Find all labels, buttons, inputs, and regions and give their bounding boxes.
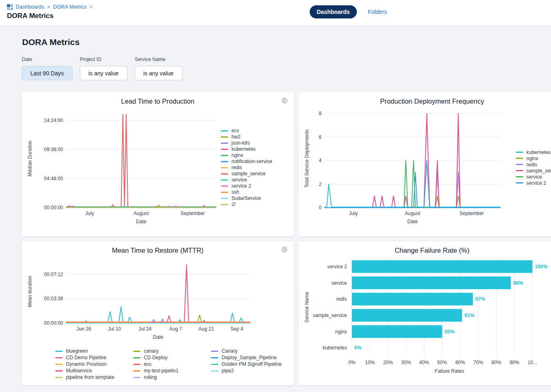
breadcrumb-link-dashboards[interactable]: Dashboards bbox=[16, 4, 44, 10]
deployment-frequency-legend: kubernetesnginxredissample_serviceservic… bbox=[516, 150, 551, 186]
legend-item[interactable]: nginx bbox=[516, 156, 551, 161]
change-failure-rate-chart-canvas[interactable]: 0%10%20%30%40%50%60%70%80%90%10...servic… bbox=[304, 254, 551, 383]
legend-item[interactable]: ecs bbox=[133, 362, 211, 367]
legend-label: kubernetes bbox=[526, 150, 551, 155]
legend-label: pipe2 bbox=[222, 368, 234, 373]
legend-swatch bbox=[221, 192, 228, 193]
svg-text:sample_service: sample_service bbox=[313, 313, 347, 318]
svg-text:redis: redis bbox=[336, 296, 347, 302]
legend-item[interactable]: pipe2 bbox=[211, 368, 289, 373]
filter-date-button[interactable]: Last 90 Days bbox=[22, 66, 73, 80]
svg-text:4: 4 bbox=[319, 158, 322, 163]
svg-text:nginx: nginx bbox=[335, 329, 347, 335]
legend-item[interactable]: json-k8s bbox=[221, 140, 272, 145]
legend-label: Deploy_Sample_Pipeline bbox=[222, 355, 277, 360]
legend-label: Multiservice bbox=[66, 368, 92, 373]
filter-bar: Date Last 90 Days Project ID is any valu… bbox=[22, 57, 538, 80]
mttr-legend: bluegreenCD Demo PipelineDynamic Provisi… bbox=[55, 349, 289, 380]
legend-swatch bbox=[211, 364, 218, 365]
legend-item[interactable]: Golden PM Signoff Pipeline bbox=[211, 362, 289, 367]
legend-swatch bbox=[516, 158, 523, 159]
legend-swatch bbox=[221, 179, 228, 181]
filter-service-name-button[interactable]: is any value bbox=[135, 66, 182, 80]
svg-text:Date: Date bbox=[407, 219, 418, 224]
legend-swatch bbox=[221, 155, 228, 156]
chart-card-lead-time: Lead Time to Production 00:00:0004:48:00… bbox=[22, 92, 294, 236]
tab-folders[interactable]: Folders bbox=[368, 9, 387, 15]
legend-item[interactable]: ∅ bbox=[221, 202, 272, 207]
dashboard-content: DORA Metrics Date Last 90 Days Project I… bbox=[0, 37, 551, 385]
legend-swatch bbox=[55, 351, 63, 352]
legend-item[interactable]: SudarService bbox=[221, 196, 272, 201]
legend-label: notification-service bbox=[231, 159, 272, 164]
legend-item[interactable]: notification-service bbox=[221, 159, 272, 164]
legend-swatch bbox=[221, 173, 228, 174]
svg-text:80%: 80% bbox=[492, 360, 501, 365]
svg-text:60%: 60% bbox=[455, 360, 465, 365]
legend-item[interactable]: pipeline from template bbox=[55, 375, 133, 380]
legend-label: ∅ bbox=[231, 202, 236, 207]
legend-item[interactable]: ecs bbox=[221, 128, 272, 133]
legend-item[interactable]: service bbox=[516, 174, 551, 179]
legend-item[interactable]: sample_service bbox=[516, 168, 551, 173]
globe-icon[interactable] bbox=[281, 97, 288, 104]
legend-item[interactable]: Canary bbox=[211, 349, 289, 353]
svg-text:2: 2 bbox=[319, 181, 322, 187]
svg-text:00:00:00: 00:00:00 bbox=[44, 205, 63, 211]
legend-item[interactable]: kubernetes bbox=[221, 147, 272, 152]
legend-swatch bbox=[211, 351, 218, 352]
tab-dashboards[interactable]: Dashboards bbox=[310, 5, 357, 18]
legend-item[interactable]: service 2 bbox=[516, 181, 551, 186]
chart-title: Mean Time to Restore (MTTR) bbox=[27, 247, 289, 254]
legend-item[interactable]: sample_service bbox=[221, 171, 272, 176]
svg-text:September: September bbox=[460, 211, 484, 216]
legend-item[interactable]: CD Deploy bbox=[133, 355, 211, 360]
svg-text:Median Duration: Median Duration bbox=[27, 140, 33, 177]
svg-text:04:48:00: 04:48:00 bbox=[44, 176, 63, 181]
chart-grid: Lead Time to Production 00:00:0004:48:00… bbox=[22, 92, 538, 385]
legend-swatch bbox=[221, 198, 228, 199]
filter-service-name: Service Name is any value bbox=[135, 57, 182, 80]
legend-item[interactable]: kubernetes bbox=[516, 150, 551, 155]
legend-item[interactable]: redis bbox=[516, 162, 551, 167]
legend-item[interactable]: Dynamic Provision bbox=[55, 362, 133, 367]
svg-text:kubernetes: kubernetes bbox=[323, 345, 347, 351]
legend-item[interactable]: my-test-pipelin1 bbox=[133, 368, 211, 373]
legend-swatch bbox=[516, 182, 523, 184]
svg-text:service 2: service 2 bbox=[327, 264, 347, 270]
legend-item[interactable]: service bbox=[221, 177, 272, 182]
svg-text:July: July bbox=[85, 211, 94, 216]
svg-text:90%: 90% bbox=[510, 360, 519, 365]
legend-item[interactable]: CD Demo Pipeline bbox=[55, 355, 133, 360]
filter-project-id-button[interactable]: is any value bbox=[80, 66, 127, 80]
legend-label: Dynamic Provision bbox=[66, 362, 107, 367]
legend-label: my-test-pipelin1 bbox=[144, 368, 179, 373]
legend-item[interactable]: redis bbox=[221, 165, 272, 170]
filter-project-id-label: Project ID bbox=[80, 57, 127, 62]
legend-swatch bbox=[55, 370, 63, 372]
legend-item[interactable]: canary bbox=[133, 349, 211, 353]
legend-label: CD Deploy bbox=[144, 355, 168, 360]
legend-item[interactable]: bluegreen bbox=[55, 349, 133, 353]
legend-item[interactable]: hw2 bbox=[221, 134, 272, 139]
mttr-chart-canvas[interactable]: 00:00:0000:03:3600:07:12Jun 26Jul 10Jul … bbox=[27, 254, 289, 346]
legend-item[interactable]: Deploy_Sample_Pipeline bbox=[211, 355, 289, 360]
svg-text:Aug 21: Aug 21 bbox=[198, 326, 214, 332]
legend-item[interactable]: nginx bbox=[221, 153, 272, 158]
legend-item[interactable]: rolling bbox=[133, 375, 211, 380]
svg-text:Total Service Deployments: Total Service Deployments bbox=[304, 129, 310, 188]
deployment-frequency-chart-canvas[interactable]: 02468JulyAugustSeptemberDateTotal Servic… bbox=[304, 105, 504, 230]
globe-icon[interactable] bbox=[281, 246, 288, 253]
legend-item[interactable]: ssh bbox=[221, 190, 272, 195]
legend-label: sample_service bbox=[526, 168, 551, 173]
app-header: Dashboards > DORA Metrics > DORA Metrics… bbox=[0, 0, 551, 25]
chart-title: Lead Time to Production bbox=[27, 97, 289, 105]
legend-swatch bbox=[516, 164, 523, 165]
lead-time-chart-canvas[interactable]: 00:00:0004:48:0009:36:0014:24:00JulyAugu… bbox=[27, 105, 220, 230]
legend-item[interactable]: service 2 bbox=[221, 184, 272, 188]
breadcrumb-link-dora-metrics[interactable]: DORA Metrics bbox=[53, 4, 86, 10]
svg-text:40%: 40% bbox=[419, 360, 429, 365]
legend-item[interactable]: Multiservice bbox=[55, 368, 133, 373]
chart-card-mttr: Mean Time to Restore (MTTR) 00:00:0000:0… bbox=[22, 241, 294, 385]
svg-text:8: 8 bbox=[319, 111, 322, 116]
